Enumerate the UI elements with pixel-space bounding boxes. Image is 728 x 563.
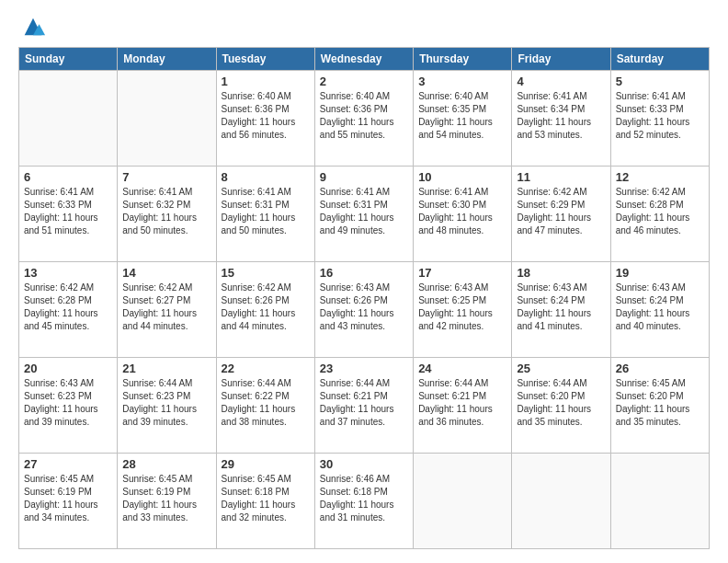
day-number: 22: [222, 362, 310, 375]
day-info: Sunrise: 6:44 AM Sunset: 6:22 PM Dayligh…: [222, 377, 310, 429]
weekday-header: Saturday: [610, 48, 709, 71]
calendar-cell: 18Sunrise: 6:43 AM Sunset: 6:24 PM Dayli…: [512, 262, 610, 358]
day-info: Sunrise: 6:43 AM Sunset: 6:26 PM Dayligh…: [320, 282, 408, 333]
logo: [18, 14, 46, 40]
day-number: 8: [222, 170, 310, 184]
day-number: 19: [616, 266, 704, 280]
weekday-header: Tuesday: [216, 48, 314, 71]
day-number: 3: [418, 75, 506, 88]
day-info: Sunrise: 6:40 AM Sunset: 6:36 PM Dayligh…: [222, 90, 310, 142]
calendar-cell: 17Sunrise: 6:43 AM Sunset: 6:25 PM Dayli…: [414, 262, 512, 358]
day-info: Sunrise: 6:43 AM Sunset: 6:25 PM Dayligh…: [418, 282, 506, 333]
day-number: 9: [320, 170, 408, 184]
calendar-week-row: 20Sunrise: 6:43 AM Sunset: 6:23 PM Dayli…: [19, 358, 710, 454]
day-info: Sunrise: 6:44 AM Sunset: 6:20 PM Dayligh…: [517, 377, 605, 429]
day-number: 4: [517, 75, 605, 88]
day-number: 11: [517, 170, 605, 184]
header: [18, 14, 710, 40]
day-number: 1: [222, 75, 310, 88]
day-info: Sunrise: 6:44 AM Sunset: 6:21 PM Dayligh…: [418, 377, 506, 429]
day-info: Sunrise: 6:41 AM Sunset: 6:34 PM Dayligh…: [517, 90, 605, 142]
calendar-cell: 13Sunrise: 6:42 AM Sunset: 6:28 PM Dayli…: [19, 262, 118, 358]
day-number: 2: [320, 75, 408, 88]
day-info: Sunrise: 6:46 AM Sunset: 6:18 PM Dayligh…: [320, 473, 408, 524]
calendar-cell: 9Sunrise: 6:41 AM Sunset: 6:31 PM Daylig…: [314, 167, 413, 262]
calendar-cell: 8Sunrise: 6:41 AM Sunset: 6:31 PM Daylig…: [216, 167, 314, 262]
calendar-cell: [610, 454, 709, 549]
calendar-cell: 28Sunrise: 6:45 AM Sunset: 6:19 PM Dayli…: [118, 454, 216, 549]
day-number: 21: [122, 362, 210, 375]
day-number: 25: [517, 362, 605, 375]
calendar-cell: [414, 454, 512, 549]
calendar-cell: 25Sunrise: 6:44 AM Sunset: 6:20 PM Dayli…: [512, 358, 610, 454]
calendar-cell: 3Sunrise: 6:40 AM Sunset: 6:35 PM Daylig…: [414, 71, 512, 167]
calendar-cell: 4Sunrise: 6:41 AM Sunset: 6:34 PM Daylig…: [512, 71, 610, 167]
day-info: Sunrise: 6:41 AM Sunset: 6:33 PM Dayligh…: [24, 186, 112, 237]
calendar-week-row: 27Sunrise: 6:45 AM Sunset: 6:19 PM Dayli…: [19, 454, 710, 549]
calendar-week-row: 13Sunrise: 6:42 AM Sunset: 6:28 PM Dayli…: [19, 262, 710, 358]
calendar-cell: 12Sunrise: 6:42 AM Sunset: 6:28 PM Dayli…: [610, 167, 709, 262]
day-number: 17: [418, 266, 506, 280]
day-number: 5: [616, 75, 704, 88]
day-info: Sunrise: 6:41 AM Sunset: 6:30 PM Dayligh…: [418, 186, 506, 237]
day-info: Sunrise: 6:43 AM Sunset: 6:24 PM Dayligh…: [517, 282, 605, 333]
calendar-cell: 15Sunrise: 6:42 AM Sunset: 6:26 PM Dayli…: [216, 262, 314, 358]
calendar-cell: [118, 71, 216, 167]
calendar-cell: 22Sunrise: 6:44 AM Sunset: 6:22 PM Dayli…: [216, 358, 314, 454]
day-number: 7: [122, 170, 210, 184]
day-info: Sunrise: 6:45 AM Sunset: 6:20 PM Dayligh…: [616, 377, 704, 429]
calendar-cell: 16Sunrise: 6:43 AM Sunset: 6:26 PM Dayli…: [314, 262, 413, 358]
calendar-cell: 26Sunrise: 6:45 AM Sunset: 6:20 PM Dayli…: [610, 358, 709, 454]
day-info: Sunrise: 6:42 AM Sunset: 6:27 PM Dayligh…: [122, 282, 210, 333]
calendar-week-row: 1Sunrise: 6:40 AM Sunset: 6:36 PM Daylig…: [19, 71, 710, 167]
calendar-cell: 23Sunrise: 6:44 AM Sunset: 6:21 PM Dayli…: [314, 358, 413, 454]
calendar-table: SundayMondayTuesdayWednesdayThursdayFrid…: [18, 47, 710, 549]
day-number: 10: [418, 170, 506, 184]
day-number: 28: [122, 457, 210, 471]
day-info: Sunrise: 6:42 AM Sunset: 6:28 PM Dayligh…: [24, 282, 112, 333]
day-number: 20: [24, 362, 112, 375]
day-info: Sunrise: 6:45 AM Sunset: 6:18 PM Dayligh…: [222, 473, 310, 524]
day-number: 12: [616, 170, 704, 184]
day-number: 6: [24, 170, 112, 184]
day-info: Sunrise: 6:44 AM Sunset: 6:21 PM Dayligh…: [320, 377, 408, 429]
day-info: Sunrise: 6:42 AM Sunset: 6:29 PM Dayligh…: [517, 186, 605, 237]
calendar-cell: 24Sunrise: 6:44 AM Sunset: 6:21 PM Dayli…: [414, 358, 512, 454]
calendar-cell: 19Sunrise: 6:43 AM Sunset: 6:24 PM Dayli…: [610, 262, 709, 358]
weekday-header: Wednesday: [314, 48, 413, 71]
calendar-cell: 27Sunrise: 6:45 AM Sunset: 6:19 PM Dayli…: [19, 454, 118, 549]
weekday-header: Monday: [118, 48, 216, 71]
calendar-week-row: 6Sunrise: 6:41 AM Sunset: 6:33 PM Daylig…: [19, 167, 710, 262]
day-info: Sunrise: 6:45 AM Sunset: 6:19 PM Dayligh…: [24, 473, 112, 524]
calendar-cell: 2Sunrise: 6:40 AM Sunset: 6:36 PM Daylig…: [314, 71, 413, 167]
calendar-cell: 30Sunrise: 6:46 AM Sunset: 6:18 PM Dayli…: [314, 454, 413, 549]
day-number: 18: [517, 266, 605, 280]
day-info: Sunrise: 6:41 AM Sunset: 6:32 PM Dayligh…: [122, 186, 210, 237]
calendar-cell: 1Sunrise: 6:40 AM Sunset: 6:36 PM Daylig…: [216, 71, 314, 167]
calendar-cell: 7Sunrise: 6:41 AM Sunset: 6:32 PM Daylig…: [118, 167, 216, 262]
page: SundayMondayTuesdayWednesdayThursdayFrid…: [0, 0, 728, 563]
day-info: Sunrise: 6:45 AM Sunset: 6:19 PM Dayligh…: [122, 473, 210, 524]
logo-icon: [20, 14, 46, 40]
day-number: 23: [320, 362, 408, 375]
day-number: 30: [320, 457, 408, 471]
day-number: 29: [222, 457, 310, 471]
day-info: Sunrise: 6:40 AM Sunset: 6:36 PM Dayligh…: [320, 90, 408, 142]
calendar-cell: [19, 71, 118, 167]
day-info: Sunrise: 6:42 AM Sunset: 6:28 PM Dayligh…: [616, 186, 704, 237]
day-number: 27: [24, 457, 112, 471]
day-number: 13: [24, 266, 112, 280]
calendar-cell: [512, 454, 610, 549]
day-info: Sunrise: 6:43 AM Sunset: 6:23 PM Dayligh…: [24, 377, 112, 429]
day-info: Sunrise: 6:41 AM Sunset: 6:33 PM Dayligh…: [616, 90, 704, 142]
weekday-header-row: SundayMondayTuesdayWednesdayThursdayFrid…: [19, 48, 710, 71]
weekday-header: Sunday: [19, 48, 118, 71]
day-info: Sunrise: 6:41 AM Sunset: 6:31 PM Dayligh…: [222, 186, 310, 237]
calendar-cell: 10Sunrise: 6:41 AM Sunset: 6:30 PM Dayli…: [414, 167, 512, 262]
calendar-cell: 20Sunrise: 6:43 AM Sunset: 6:23 PM Dayli…: [19, 358, 118, 454]
calendar-cell: 11Sunrise: 6:42 AM Sunset: 6:29 PM Dayli…: [512, 167, 610, 262]
calendar-cell: 6Sunrise: 6:41 AM Sunset: 6:33 PM Daylig…: [19, 167, 118, 262]
day-number: 16: [320, 266, 408, 280]
calendar-cell: 29Sunrise: 6:45 AM Sunset: 6:18 PM Dayli…: [216, 454, 314, 549]
calendar-cell: 5Sunrise: 6:41 AM Sunset: 6:33 PM Daylig…: [610, 71, 709, 167]
